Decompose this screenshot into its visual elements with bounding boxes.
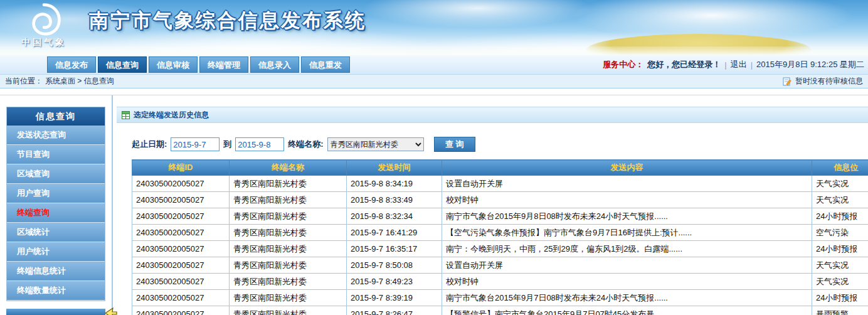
table-cell: 2015-9-7 8:50:08 [347, 257, 442, 274]
table-cell: 240305002005027 [132, 257, 230, 274]
separator: | [724, 60, 726, 70]
table-cell: 设置自动开关屏 [442, 257, 812, 274]
date-from-input[interactable] [171, 137, 220, 151]
content-gap [0, 88, 868, 95]
logo-text: 中国气象 [13, 37, 75, 48]
sidebar-item-4[interactable]: 用户查询 [7, 184, 105, 203]
table-header-cell: 终端ID [132, 160, 230, 176]
breadcrumb-path[interactable]: 系统桌面 > 信息查询 [45, 76, 114, 87]
table-header-row: 终端ID终端名称发送时间发送内容信息位 [132, 160, 868, 176]
banner: 中国气象 南宁市气象综合信息发布系统 [0, 0, 868, 55]
table-row: 240305002005027青秀区南阳新光村委2015-9-7 8:39:19… [132, 290, 868, 306]
content: 信息查询 发送状态查询节目查询区域查询用户查询终端查询区域统计用户统计终端信息统… [0, 88, 868, 315]
table-cell: 南宁市气象台2015年9月7日08时发布未来24小时天气预报...... [442, 290, 812, 306]
vertical-divider [112, 95, 113, 315]
table-row: 240305002005027青秀区南阳新光村委2015-9-8 8:34:19… [132, 176, 868, 192]
sidebar-item-9[interactable]: 终端数量统计 [7, 281, 105, 301]
table-cell: 24小时预报 [812, 208, 868, 225]
separator: | [751, 60, 753, 70]
main-panel: 选定终端发送历史信息 起止日期: 到 终端名称: 青秀区南阳新光村委 查 询 终… [117, 107, 868, 315]
sidebar-menu: 发送状态查询节目查询区域查询用户查询终端查询区域统计用户统计终端信息统计终端数量… [7, 125, 105, 301]
nav-tab-2[interactable]: 信息查询 [98, 56, 147, 73]
table-cell: 2015-9-7 16:35:17 [347, 241, 442, 257]
table-cell: 暴雨预警 [812, 306, 868, 315]
to-label: 到 [223, 139, 231, 150]
table-cell: 天气实况 [812, 257, 868, 274]
spiral-logo-icon [26, 2, 62, 38]
date-to-input[interactable] [235, 137, 284, 151]
cma-logo: 中国气象 [13, 2, 75, 48]
table-cell: 240305002005027 [132, 306, 230, 315]
sidebar-item-1[interactable]: 发送状态查询 [7, 125, 105, 145]
table-cell: 2015-9-8 8:32:34 [347, 208, 442, 225]
sidebar-item-8[interactable]: 终端信息统计 [7, 262, 105, 281]
table-cell: 24小时预报 [812, 290, 868, 306]
service-center-label: 服务中心： [603, 59, 643, 70]
sidebar-item-2[interactable]: 节目查询 [7, 145, 105, 164]
terminal-select[interactable]: 青秀区南阳新光村委 [327, 137, 424, 151]
table-cell: 青秀区南阳新光村委 [230, 306, 347, 315]
table-cell: 240305002005027 [132, 290, 230, 306]
table-cell: 天气实况 [812, 176, 868, 192]
table-cell: 青秀区南阳新光村委 [230, 290, 347, 306]
page: 中国气象 南宁市气象综合信息发布系统 信息发布信息查询信息审核终端管理信息录入信… [0, 0, 868, 315]
table-row: 240305002005027青秀区南阳新光村委2015-9-7 8:26:47… [132, 306, 868, 315]
table-cell: 设置自动开关屏 [442, 176, 812, 192]
sidebar-footer [6, 309, 105, 315]
sidebar-item-5[interactable]: 终端查询 [7, 203, 105, 223]
table-cell: 天气实况 [812, 192, 868, 208]
table-cell: 2015-9-7 8:49:23 [347, 274, 442, 290]
table-cell: 【空气污染气象条件预报】南宁市气象台9月7日16时提供上:预计...... [442, 225, 812, 241]
grid-table-icon [122, 111, 130, 119]
table-cell: 24小时预报 [812, 241, 868, 257]
nav-tab-1[interactable]: 信息发布 [47, 56, 96, 73]
review-notice-text: 暂时没有待审核信息 [795, 76, 863, 87]
review-notice: 暂时没有待审核信息 [783, 76, 863, 87]
table-cell: 【预警信号】南宁市气象台2015年9月7日07时45分发布暴...... [442, 306, 812, 315]
terminal-name-label: 终端名称: [288, 139, 323, 150]
table-row: 240305002005027青秀区南阳新光村委2015-9-8 8:32:34… [132, 208, 868, 225]
mouse-cursor [104, 307, 118, 315]
table-row: 240305002005027青秀区南阳新光村委2015-9-8 8:33:49… [132, 192, 868, 208]
login-greeting: 您好，您已经登录！ [647, 59, 721, 70]
table-cell: 240305002005027 [132, 225, 230, 241]
table-cell: 青秀区南阳新光村委 [230, 192, 347, 208]
note-pencil-icon [783, 77, 792, 86]
nav-bar: 信息发布信息查询信息审核终端管理信息录入信息重发 服务中心： 您好，您已经登录！… [0, 55, 868, 75]
sidebar-item-6[interactable]: 区域统计 [7, 223, 105, 242]
table-cell: 2015-9-8 8:33:49 [347, 192, 442, 208]
table-header-cell: 发送时间 [347, 160, 442, 176]
table-row: 240305002005027青秀区南阳新光村委2015-9-7 16:35:1… [132, 241, 868, 257]
sidebar: 信息查询 发送状态查询节目查询区域查询用户查询终端查询区域统计用户统计终端信息统… [6, 107, 105, 301]
nav-tab-6[interactable]: 信息重发 [301, 56, 350, 73]
table-cell: 240305002005027 [132, 192, 230, 208]
logout-link[interactable]: 退出 [731, 59, 747, 70]
nav-tab-5[interactable]: 信息录入 [250, 56, 299, 73]
field-decoration [0, 46, 868, 55]
sidebar-item-7[interactable]: 用户统计 [7, 242, 105, 262]
table-cell: 南宁市气象台2015年9月8日08时发布未来24小时天气预报...... [442, 208, 812, 225]
panel-title: 选定终端发送历史信息 [134, 110, 209, 120]
query-button[interactable]: 查 询 [434, 137, 475, 152]
table-row: 240305002005027青秀区南阳新光村委2015-9-7 8:50:08… [132, 257, 868, 274]
table-cell: 240305002005027 [132, 176, 230, 192]
date-range-label: 起止日期: [132, 139, 167, 150]
table-cell: 2015-9-8 8:34:19 [347, 176, 442, 192]
table-cell: 2015-9-7 16:41:29 [347, 225, 442, 241]
table-cell: 240305002005027 [132, 208, 230, 225]
nav-tab-3[interactable]: 信息审核 [149, 56, 198, 73]
table-header-cell: 信息位 [812, 160, 868, 176]
table-body: 240305002005027青秀区南阳新光村委2015-9-8 8:34:19… [132, 176, 868, 315]
user-bar: 服务中心： 您好，您已经登录！ | 退出 | 2015年9月8日 9:12:25… [603, 55, 864, 74]
table-row: 240305002005027青秀区南阳新光村委2015-9-7 8:49:23… [132, 274, 868, 290]
table-cell: 青秀区南阳新光村委 [230, 274, 347, 290]
sidebar-title: 信息查询 [7, 107, 105, 125]
nav-tab-4[interactable]: 终端管理 [199, 56, 248, 73]
breadcrumb-bar: 当前位置： 系统桌面 > 信息查询 暂时没有待审核信息 [0, 75, 868, 88]
panel-header: 选定终端发送历史信息 [117, 107, 868, 123]
table-row: 240305002005027青秀区南阳新光村委2015-9-7 16:41:2… [132, 225, 868, 241]
table-cell: 青秀区南阳新光村委 [230, 176, 347, 192]
table-header-cell: 终端名称 [230, 160, 347, 176]
sidebar-item-3[interactable]: 区域查询 [7, 164, 105, 184]
table-cell: 天气实况 [812, 274, 868, 290]
